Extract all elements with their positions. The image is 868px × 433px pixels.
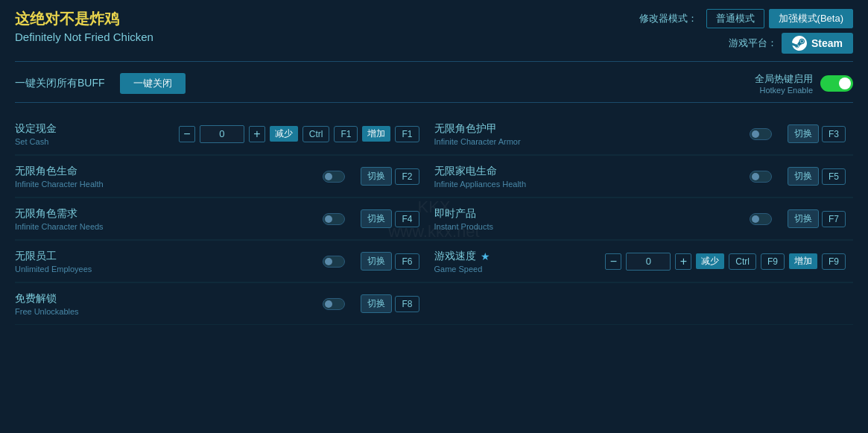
char-health-toggle-btn[interactable]: 切换 [361, 167, 392, 186]
char-needs-controls: 切换 F4 [323, 209, 419, 228]
option-text-char-armor: 无限角色护甲 Infinite Character Armor [434, 122, 750, 146]
appliances-fkey[interactable]: F5 [822, 168, 846, 185]
cash-add-btn[interactable]: 增加 [362, 126, 390, 142]
mode-normal-button[interactable]: 普通模式 [706, 9, 764, 28]
option-text-char-health: 无限角色生命 Infinite Character Health [15, 165, 323, 189]
header-right: 修改器模式： 普通模式 加强模式(Beta) 游戏平台： Steam [639, 9, 853, 54]
cash-input[interactable] [200, 125, 244, 143]
mode-beta-button[interactable]: 加强模式(Beta) [769, 9, 853, 28]
free-toggle-btn[interactable]: 切换 [361, 294, 392, 313]
option-zh-set-cash: 设定现金 [15, 122, 179, 136]
onekey-row: 一键关闭所有BUFF 一键关闭 全局热键启用 Hotkey Enable [15, 72, 853, 103]
cash-plus-btn[interactable]: + [249, 126, 265, 142]
instant-toggle[interactable] [750, 213, 772, 225]
char-health-controls: 切换 F2 [323, 167, 419, 186]
option-zh-instant: 即时产品 [434, 207, 750, 221]
steam-button[interactable]: Steam [782, 33, 853, 54]
speed-minus-btn[interactable]: − [605, 253, 621, 270]
option-zh-char-needs: 无限角色需求 [15, 207, 323, 221]
char-armor-controls: 切换 F3 [750, 124, 846, 143]
platform-label: 游戏平台： [729, 37, 777, 50]
cash-reduce-btn[interactable]: 减少 [270, 126, 298, 142]
option-text-speed: 游戏速度 ★ Game Speed [434, 250, 606, 274]
steam-label: Steam [811, 37, 843, 49]
option-char-armor: 无限角色护甲 Infinite Character Armor 切换 F3 [434, 113, 854, 155]
speed-reduce-fkey[interactable]: F9 [761, 253, 785, 270]
employees-controls: 切换 F6 [323, 252, 419, 271]
option-text-set-cash: 设定现金 Set Cash [15, 122, 179, 146]
option-en-set-cash: Set Cash [15, 137, 179, 146]
option-zh-employees: 无限员工 [15, 250, 323, 263]
employees-toggle[interactable] [323, 256, 345, 268]
option-en-appliances: Infinite Appliances Health [434, 180, 750, 189]
speed-add-fkey[interactable]: F9 [822, 253, 846, 270]
option-zh-char-health: 无限角色生命 [15, 165, 323, 178]
cash-reduce-fkey[interactable]: F1 [334, 126, 358, 142]
option-en-employees: Unlimited Employees [15, 265, 323, 274]
steam-icon [792, 36, 807, 51]
onekey-label: 一键关闭所有BUFF [15, 77, 105, 90]
char-needs-toggle-btn[interactable]: 切换 [361, 209, 392, 228]
char-needs-fkey[interactable]: F4 [395, 211, 419, 227]
appliances-toggle[interactable] [750, 171, 772, 183]
option-zh-char-armor: 无限角色护甲 [434, 122, 750, 136]
cash-add-fkey[interactable]: F1 [395, 126, 419, 142]
option-zh-free: 免费解锁 [15, 292, 323, 306]
option-en-char-needs: Infinite Character Needs [15, 222, 323, 231]
speed-controls: − + 减少 Ctrl F9 增加 F9 [605, 253, 846, 271]
option-en-free: Free Unlockables [15, 307, 323, 316]
instant-toggle-btn[interactable]: 切换 [788, 209, 819, 228]
hotkey-toggle[interactable] [820, 75, 853, 92]
option-empty [434, 283, 854, 325]
option-char-needs: 无限角色需求 Infinite Character Needs 切换 F4 [15, 198, 434, 240]
speed-input[interactable] [626, 253, 671, 271]
option-text-instant: 即时产品 Instant Products [434, 207, 750, 231]
speed-plus-btn[interactable]: + [675, 253, 691, 270]
speed-add-btn[interactable]: 增加 [789, 253, 817, 269]
option-zh-speed: 游戏速度 ★ [434, 250, 606, 263]
option-game-speed: 游戏速度 ★ Game Speed − + 减少 Ctrl F9 增加 F9 [434, 241, 854, 282]
employees-toggle-btn[interactable]: 切换 [361, 252, 392, 271]
instant-fkey[interactable]: F7 [822, 211, 846, 227]
hotkey-right: 全局热键启用 Hotkey Enable [755, 72, 853, 95]
hotkey-zh: 全局热键启用 [755, 72, 813, 86]
onekey-button[interactable]: 一键关闭 [120, 73, 186, 94]
options-area: KKX www.kkx.net 设定现金 Set Cash − + 减少 Ctr… [15, 113, 853, 325]
appliances-controls: 切换 F5 [750, 167, 846, 186]
platform-selector: 游戏平台： Steam [729, 33, 853, 54]
char-armor-toggle[interactable] [750, 128, 772, 140]
char-needs-toggle[interactable] [323, 213, 345, 225]
option-text-appliances: 无限家电生命 Infinite Appliances Health [434, 165, 750, 189]
option-en-char-health: Infinite Character Health [15, 180, 323, 189]
option-appliances-health: 无限家电生命 Infinite Appliances Health 切换 F5 [434, 156, 854, 197]
option-en-char-armor: Infinite Character Armor [434, 137, 750, 146]
option-char-health: 无限角色生命 Infinite Character Health 切换 F2 [15, 156, 434, 197]
cash-ctrl-key[interactable]: Ctrl [302, 126, 330, 142]
char-armor-fkey[interactable]: F3 [822, 126, 846, 142]
option-en-instant: Instant Products [434, 222, 750, 231]
mode-label: 修改器模式： [639, 12, 697, 25]
cash-controls: − + 减少 Ctrl F1 增加 F1 [179, 125, 419, 143]
option-unlimited-employees: 无限员工 Unlimited Employees 切换 F6 [15, 241, 434, 282]
option-set-cash: 设定现金 Set Cash − + 减少 Ctrl F1 增加 F1 [15, 113, 434, 155]
star-icon: ★ [481, 250, 490, 262]
char-armor-toggle-btn[interactable]: 切换 [788, 124, 819, 143]
free-toggle[interactable] [323, 298, 345, 310]
hotkey-en: Hotkey Enable [755, 86, 813, 95]
char-health-fkey[interactable]: F2 [395, 168, 419, 185]
title-en: Definitely Not Fried Chicken [15, 31, 153, 43]
speed-ctrl-key[interactable]: Ctrl [729, 253, 756, 270]
option-free-unlockables: 免费解锁 Free Unlockables 切换 F8 [15, 283, 434, 325]
appliances-toggle-btn[interactable]: 切换 [788, 167, 819, 186]
char-health-toggle[interactable] [323, 171, 345, 183]
option-en-speed: Game Speed [434, 265, 606, 274]
title-block: 这绝对不是炸鸡 Definitely Not Fried Chicken [15, 9, 153, 43]
header: 这绝对不是炸鸡 Definitely Not Fried Chicken 修改器… [15, 9, 853, 62]
free-fkey[interactable]: F8 [395, 296, 419, 312]
hotkey-label-block: 全局热键启用 Hotkey Enable [755, 72, 813, 95]
speed-reduce-btn[interactable]: 减少 [696, 253, 724, 269]
cash-minus-btn[interactable]: − [179, 126, 195, 142]
employees-fkey[interactable]: F6 [395, 253, 419, 270]
mode-selector: 修改器模式： 普通模式 加强模式(Beta) [639, 9, 853, 28]
onekey-left: 一键关闭所有BUFF 一键关闭 [15, 73, 186, 94]
